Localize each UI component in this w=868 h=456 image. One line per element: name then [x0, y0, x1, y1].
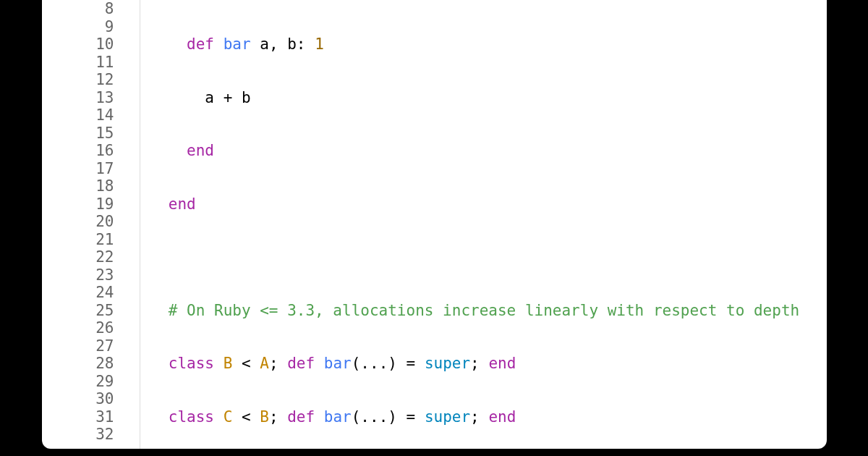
code-line: class C < B; def bar(...) = super; end	[129, 408, 827, 426]
line-number: 20	[42, 213, 114, 231]
code-editor-window: 8 9 10 11 12 13 14 15 16 17 18 19 20 21 …	[42, 0, 827, 449]
line-number: 16	[42, 142, 114, 160]
line-number: 14	[42, 106, 114, 124]
code-line: def bar a, b: 1	[129, 35, 827, 54]
line-number: 19	[42, 195, 114, 214]
line-number: 12	[42, 71, 114, 89]
line-number: 10	[42, 35, 114, 54]
code-line	[129, 248, 827, 266]
line-number: 27	[42, 337, 114, 355]
line-number: 32	[42, 426, 114, 444]
line-number: 11	[42, 54, 114, 72]
line-number: 24	[42, 284, 114, 302]
line-number: 21	[42, 231, 114, 249]
code-content[interactable]: def bar a, b: 1 a + b end end # On Ruby …	[129, 0, 827, 449]
line-number: 22	[42, 248, 114, 266]
line-number: 30	[42, 390, 114, 408]
line-number: 26	[42, 319, 114, 337]
line-number: 8	[42, 0, 114, 18]
line-number: 29	[42, 373, 114, 391]
line-number: 25	[42, 302, 114, 320]
line-number-gutter: 8 9 10 11 12 13 14 15 16 17 18 19 20 21 …	[42, 0, 129, 449]
code-line: class B < A; def bar(...) = super; end	[129, 355, 827, 373]
line-number: 17	[42, 160, 114, 178]
code-line: end	[129, 195, 827, 214]
code-line: a + b	[129, 89, 827, 107]
code-line: # On Ruby <= 3.3, allocations increase l…	[129, 302, 827, 320]
line-number: 9	[42, 18, 114, 36]
line-number: 13	[42, 89, 114, 107]
line-number: 31	[42, 408, 114, 426]
code-area: 8 9 10 11 12 13 14 15 16 17 18 19 20 21 …	[42, 0, 827, 449]
line-number: 28	[42, 355, 114, 373]
line-number: 15	[42, 124, 114, 143]
code-line: end	[129, 142, 827, 160]
line-number: 18	[42, 177, 114, 195]
line-number: 23	[42, 266, 114, 284]
